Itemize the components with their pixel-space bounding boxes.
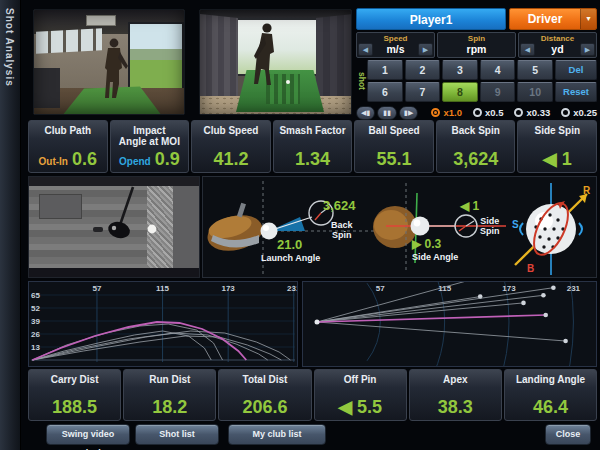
svg-text:57: 57 xyxy=(376,284,385,293)
step-forward-button[interactable]: ▮▶ xyxy=(399,106,418,120)
shot-button-5[interactable]: 5 xyxy=(517,60,553,80)
shot-button-3[interactable]: 3 xyxy=(442,60,478,80)
stat-label: Side Spin xyxy=(520,125,594,136)
pause-button[interactable]: ▮▮ xyxy=(377,106,396,120)
stat-side-spin: Side Spin ◀ 1 xyxy=(517,120,597,173)
my-club-list-button[interactable]: My club list xyxy=(228,424,326,445)
stat-label: Landing Angle xyxy=(507,374,594,385)
speed-unit-prev-button[interactable]: ◀ xyxy=(358,43,373,56)
speed-x025-radio[interactable]: x0.25 xyxy=(561,107,597,118)
player-row: Player1 Driver ▼ xyxy=(356,8,597,30)
chevron-down-icon[interactable]: ▼ xyxy=(580,9,596,29)
stat-value: 41.2 xyxy=(213,150,248,169)
speed-x1-label: x1.0 xyxy=(443,107,462,118)
unit-spin-label: Spin xyxy=(439,34,514,43)
side-spin-value: ◀ 1 xyxy=(460,199,479,213)
radio-dot xyxy=(561,108,570,117)
side-spin-label: SideSpin xyxy=(480,217,500,236)
stat-label: Club Speed xyxy=(194,125,268,136)
stat-impact-angle: Impact Angle at MOI Opend0.9 xyxy=(110,120,190,173)
speed-unit-value: m/s xyxy=(373,43,418,56)
svg-text:26: 26 xyxy=(31,330,40,339)
stat-label: Smash Factor xyxy=(276,125,350,136)
stat-run-dist: Run Dist 18.2 xyxy=(123,369,216,421)
equipment xyxy=(34,68,60,108)
stat-label: Total Dist xyxy=(221,374,308,385)
impact-camera-view xyxy=(28,176,200,278)
stat-label: Back Spin xyxy=(439,125,513,136)
stats-row-club: Club Path Out-In0.6 Impact Angle at MOI … xyxy=(28,120,597,173)
club-button[interactable]: Driver ▼ xyxy=(509,8,597,30)
svg-text:52: 52 xyxy=(31,304,40,313)
shot-button-2[interactable]: 2 xyxy=(405,60,441,80)
svg-text:57: 57 xyxy=(93,284,102,293)
stat-value: ◀ 5.5 xyxy=(338,398,382,417)
speed-x1-radio[interactable]: x1.0 xyxy=(431,107,462,118)
left-wall xyxy=(200,14,238,106)
distance-unit-prev-button[interactable]: ◀ xyxy=(520,43,535,56)
distance-unit-next-button[interactable]: ▶ xyxy=(580,43,595,56)
stat-value: 188.5 xyxy=(52,398,97,417)
playback-controls: ◀▮ ▮▮ ▮▶ x1.0 x0.5 x0.33 x0.25 xyxy=(356,105,597,120)
stat-back-spin: Back Spin 3,624 xyxy=(436,120,516,173)
trajectory-side-chart: 132639526557115173231 xyxy=(28,281,298,367)
ball-flight-panel: 3,624 BackSpin 21.0 Launch Angle ◀ 1 Sid… xyxy=(202,176,597,278)
speed-x033-label: x0.33 xyxy=(526,107,550,118)
svg-text:39: 39 xyxy=(31,317,40,326)
player-button[interactable]: Player1 xyxy=(356,8,506,30)
close-button[interactable]: Close xyxy=(545,424,591,445)
svg-text:173: 173 xyxy=(221,284,235,293)
reset-shots-button[interactable]: Reset xyxy=(555,82,597,102)
camera-view-back xyxy=(33,9,185,115)
shot-button-7[interactable]: 7 xyxy=(405,82,441,102)
club-label: Driver xyxy=(510,9,580,29)
shot-analysis-app: Shot Analysis xyxy=(0,0,600,450)
speed-x025-label: x0.25 xyxy=(573,107,597,118)
stat-landing-angle: Landing Angle 46.4 xyxy=(504,369,597,421)
speed-x033-radio[interactable]: x0.33 xyxy=(514,107,550,118)
shot-selector: shot 1 2 3 4 5 Del 6 7 8 9 10 Reset xyxy=(356,60,597,102)
speed-unit-next-button[interactable]: ▶ xyxy=(418,43,433,56)
stat-ball-speed: Ball Speed 55.1 xyxy=(354,120,434,173)
spin-axis-s-label: S xyxy=(512,219,519,230)
unit-distance: Distance ◀ yd ▶ xyxy=(518,32,597,58)
shot-list-button[interactable]: Shot list xyxy=(135,424,219,445)
stat-smash-factor: Smash Factor 1.34 xyxy=(273,120,353,173)
launch-angle-label: Launch Angle xyxy=(261,254,320,264)
radio-dot xyxy=(431,108,440,117)
side-angle-label: Side Angle xyxy=(412,253,458,263)
shot-button-6[interactable]: 6 xyxy=(367,82,403,102)
step-back-button[interactable]: ◀▮ xyxy=(356,106,375,120)
shot-button-4[interactable]: 4 xyxy=(480,60,516,80)
back-spin-label: BackSpin xyxy=(331,221,353,240)
speed-x05-label: x0.5 xyxy=(485,107,504,118)
svg-text:65: 65 xyxy=(31,291,40,300)
stat-carry-dist: Carry Dist 188.5 xyxy=(28,369,121,421)
speed-x05-radio[interactable]: x0.5 xyxy=(473,107,504,118)
shot-button-8-selected[interactable]: 8 xyxy=(442,82,478,102)
stat-value: 55.1 xyxy=(377,150,412,169)
swing-video-analysis-button[interactable]: Swing video analysis xyxy=(46,424,130,445)
shot-selector-label: shot xyxy=(356,60,367,102)
stat-prefix: Opend xyxy=(119,156,151,167)
svg-text:13: 13 xyxy=(31,343,40,352)
stat-label: Off Pin xyxy=(317,374,404,385)
shot-button-9[interactable]: 9 xyxy=(480,82,516,102)
side-angle-value: ▶ 0.3 xyxy=(412,237,441,251)
stat-value: 46.4 xyxy=(533,398,568,417)
radio-dot xyxy=(473,108,482,117)
back-spin-value: 3,624 xyxy=(323,198,356,213)
shot-button-10[interactable]: 10 xyxy=(517,82,553,102)
control-panel: Player1 Driver ▼ Speed ◀ m/s ▶ Spin rpm xyxy=(356,8,597,118)
delete-shot-button[interactable]: Del xyxy=(555,60,597,80)
stat-club-path: Club Path Out-In0.6 xyxy=(28,120,108,173)
sidebar-title: Shot Analysis xyxy=(4,8,15,87)
trajectory-top-svg: 57115173231 xyxy=(303,282,596,366)
spin-unit-value: rpm xyxy=(439,43,514,56)
shot-button-1[interactable]: 1 xyxy=(367,60,403,80)
svg-text:115: 115 xyxy=(156,284,169,293)
stat-label: Carry Dist xyxy=(31,374,118,385)
sidebar-shot-analysis-tab[interactable]: Shot Analysis xyxy=(0,0,21,450)
stat-value: 206.6 xyxy=(242,398,287,417)
trajectory-top-chart: 57115173231 xyxy=(302,281,597,367)
